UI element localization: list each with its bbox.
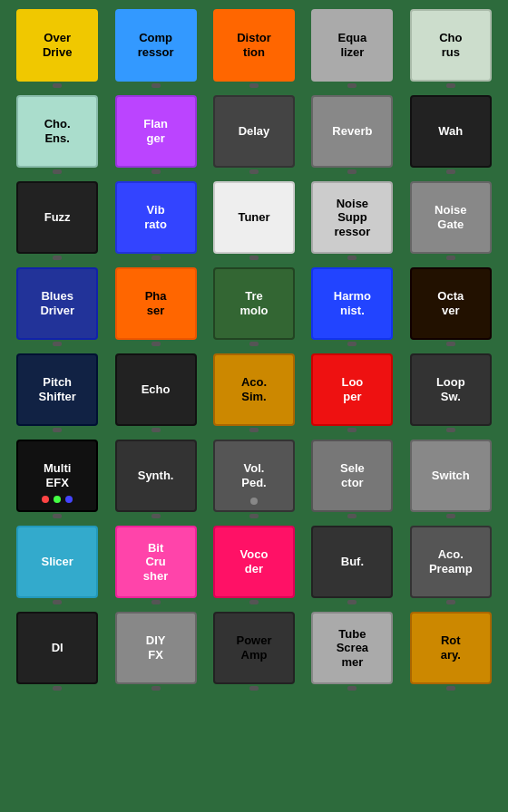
- pedal-item[interactable]: Aco. Sim.: [209, 353, 299, 432]
- pedal-item[interactable]: Switch: [405, 440, 496, 518]
- pedal-connector: [53, 686, 62, 691]
- pedal-item[interactable]: Vib rato: [110, 181, 200, 260]
- pedal-label: Noise Gate: [435, 203, 466, 231]
- pedal-connector: [249, 256, 259, 260]
- pedal-label: Wah: [438, 124, 463, 139]
- pedal-connector: [446, 83, 455, 88]
- pedal-item[interactable]: Over Drive: [12, 9, 103, 88]
- pedal-label: Loop Sw.: [436, 375, 465, 403]
- pedal-item[interactable]: Synth.: [110, 440, 200, 518]
- pedal-connector: [446, 514, 455, 518]
- pedal-connector: [347, 514, 357, 518]
- pedal-connector: [151, 428, 161, 432]
- pedal-item[interactable]: Rot ary.: [405, 612, 496, 691]
- pedal-label: Tuner: [238, 210, 269, 225]
- pedal-label: Switch: [432, 469, 470, 483]
- pedal-item[interactable]: Harmo nist.: [307, 267, 397, 346]
- pedal-label: Harmo nist.: [334, 289, 371, 317]
- pedal-item[interactable]: Slicer: [12, 526, 103, 604]
- pedal-connector: [151, 256, 161, 260]
- pedal-item[interactable]: Delay: [209, 95, 299, 174]
- pedal-connector: [53, 83, 62, 88]
- pedal-label: Blues Driver: [40, 289, 74, 317]
- pedal-label: Multi EFX: [44, 461, 71, 489]
- pedal-connector: [249, 428, 259, 432]
- pedal-connector: [151, 600, 161, 604]
- pedal-label: Fuzz: [44, 210, 71, 225]
- pedal-item[interactable]: Comp ressor: [110, 9, 200, 88]
- pedal-connector: [347, 83, 357, 88]
- pedal-connector: [446, 169, 455, 174]
- pedal-label: Over Drive: [43, 31, 73, 59]
- pedal-item[interactable]: Echo: [110, 353, 200, 432]
- pedal-connector: [347, 256, 357, 260]
- pedal-label: DI: [52, 641, 64, 655]
- pedal-label: Power Amp: [236, 633, 271, 662]
- pedal-connector: [249, 342, 259, 346]
- pedal-item[interactable]: Voco der: [209, 526, 299, 604]
- pedal-label: Pitch Shifter: [39, 375, 76, 403]
- pedal-label: Equa lizer: [337, 31, 366, 59]
- pedal-item[interactable]: Reverb: [307, 95, 397, 174]
- pedal-item[interactable]: Flan ger: [110, 95, 200, 174]
- pedal-label: Reverb: [332, 124, 372, 139]
- pedal-connector: [53, 600, 62, 604]
- pedal-item[interactable]: Loop Sw.: [405, 353, 496, 432]
- pedal-connector: [249, 169, 259, 174]
- pedal-item[interactable]: Tube Screa mer: [307, 612, 397, 691]
- pedal-connector: [53, 342, 62, 346]
- pedal-label: Vib rato: [144, 203, 167, 231]
- pedal-label: Comp ressor: [138, 31, 174, 59]
- pedal-connector: [249, 686, 259, 691]
- pedal-item[interactable]: Blues Driver: [12, 267, 103, 346]
- pedal-item[interactable]: Loo per: [307, 353, 397, 432]
- pedal-item[interactable]: Tre molo: [209, 267, 299, 346]
- pedal-item[interactable]: Multi EFX: [12, 440, 103, 518]
- pedal-item[interactable]: Sele ctor: [307, 440, 397, 518]
- pedal-item[interactable]: Noise Supp ressor: [307, 181, 397, 260]
- pedal-label: Echo: [142, 382, 171, 397]
- pedal-label: Cho. Ens.: [44, 117, 71, 145]
- pedal-item[interactable]: Pitch Shifter: [12, 353, 103, 432]
- pedal-label: Vol. Ped.: [241, 461, 266, 489]
- pedal-item[interactable]: Bit Cru sher: [110, 526, 200, 604]
- pedal-item[interactable]: Octa ver: [405, 267, 496, 346]
- pedal-item[interactable]: Fuzz: [12, 181, 103, 260]
- pedal-label: Rot ary.: [441, 633, 461, 662]
- pedal-label: Aco. Preamp: [429, 547, 473, 575]
- pedal-label: Delay: [239, 124, 270, 139]
- pedal-label: Noise Supp ressor: [335, 197, 371, 239]
- pedal-label: Loo per: [341, 375, 363, 403]
- pedal-item[interactable]: Distor tion: [209, 9, 299, 88]
- pedal-item[interactable]: Tuner: [209, 181, 299, 260]
- pedal-label: Cho rus: [439, 31, 462, 59]
- pedal-item[interactable]: Cho rus: [405, 9, 496, 88]
- pedal-label: DIY FX: [146, 633, 166, 662]
- pedal-connector: [53, 256, 62, 260]
- pedal-item[interactable]: Cho. Ens.: [12, 95, 103, 174]
- pedal-label: Synth.: [138, 469, 174, 483]
- pedal-item[interactable]: Aco. Preamp: [405, 526, 496, 604]
- pedal-connector: [249, 83, 259, 88]
- pedal-connector: [446, 342, 455, 346]
- pedal-connector: [446, 256, 455, 260]
- pedal-connector: [53, 428, 62, 432]
- pedal-connector: [151, 83, 161, 88]
- pedal-item[interactable]: Noise Gate: [405, 181, 496, 260]
- pedal-item[interactable]: Pha ser: [110, 267, 200, 346]
- pedal-item[interactable]: Power Amp: [209, 612, 299, 691]
- pedal-item[interactable]: Buf.: [307, 526, 397, 604]
- pedal-label: Aco. Sim.: [241, 375, 267, 403]
- pedal-connector: [151, 686, 161, 691]
- pedal-item[interactable]: Wah: [405, 95, 496, 174]
- pedal-label: Tube Screa mer: [337, 627, 368, 670]
- pedal-connector: [347, 169, 357, 174]
- pedal-connector: [347, 686, 357, 691]
- pedal-item[interactable]: Vol. Ped.: [209, 440, 299, 518]
- pedal-connector: [53, 169, 62, 174]
- pedal-item[interactable]: DIY FX: [110, 612, 200, 691]
- pedal-item[interactable]: Equa lizer: [307, 9, 397, 88]
- pedal-connector: [446, 428, 455, 432]
- pedal-item[interactable]: DI: [12, 612, 103, 691]
- pedal-label: Distor tion: [237, 31, 271, 59]
